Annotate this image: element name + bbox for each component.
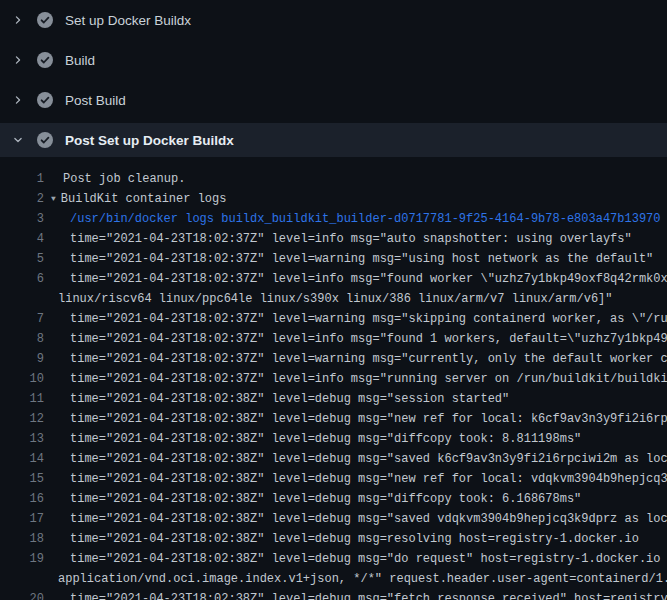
log-line: 20 time="2021-04-23T18:02:38Z" level=deb…: [0, 589, 667, 600]
log-viewer: 1 Post job cleanup. 2 ▼BuildKit containe…: [0, 160, 667, 600]
log-line: 10 time="2021-04-23T18:02:37Z" level=inf…: [0, 369, 667, 389]
chevron-right-icon: [8, 95, 28, 105]
chevron-right-icon: [8, 15, 28, 25]
line-number[interactable]: 14: [0, 449, 44, 469]
line-number[interactable]: 8: [0, 329, 44, 349]
step-label: Set up Docker Buildx: [65, 13, 191, 28]
log-line: 17 time="2021-04-23T18:02:38Z" level=deb…: [0, 509, 667, 529]
check-circle-icon: [37, 52, 53, 68]
log-line: 19 time="2021-04-23T18:02:38Z" level=deb…: [0, 549, 667, 569]
log-line: 9 time="2021-04-23T18:02:37Z" level=warn…: [0, 349, 667, 369]
line-number[interactable]: 7: [0, 309, 44, 329]
check-circle-icon: [37, 92, 53, 108]
log-line: 1 Post job cleanup.: [0, 169, 667, 189]
log-line: 16 time="2021-04-23T18:02:38Z" level=deb…: [0, 489, 667, 509]
log-line-text: time="2021-04-23T18:02:38Z" level=debug …: [70, 592, 667, 600]
chevron-right-icon: [8, 55, 28, 65]
log-line: 14 time="2021-04-23T18:02:38Z" level=deb…: [0, 449, 667, 469]
log-line-text: time="2021-04-23T18:02:38Z" level=debug …: [70, 532, 639, 546]
check-circle-icon: [37, 132, 53, 148]
line-number[interactable]: 15: [0, 469, 44, 489]
step-label: Post Build: [65, 93, 126, 108]
log-line-text: time="2021-04-23T18:02:38Z" level=debug …: [70, 432, 581, 446]
line-number[interactable]: 12: [0, 409, 44, 429]
log-line-text: linux/riscv64 linux/ppc64le linux/s390x …: [58, 292, 613, 306]
line-number[interactable]: 17: [0, 509, 44, 529]
log-line: 2 ▼BuildKit container logs: [0, 189, 667, 209]
step-header-set-up-docker-buildx[interactable]: Set up Docker Buildx: [0, 0, 667, 40]
line-number[interactable]: 6: [0, 269, 44, 289]
log-line-text: application/vnd.oci.image.index.v1+json,…: [58, 572, 667, 586]
actions-log-panel: Set up Docker Buildx Build Post Build: [0, 0, 667, 600]
line-number[interactable]: [0, 289, 44, 309]
line-number[interactable]: 3: [0, 209, 44, 229]
log-line: 7 time="2021-04-23T18:02:37Z" level=warn…: [0, 309, 667, 329]
line-number[interactable]: 2: [0, 189, 44, 209]
log-line: 4 time="2021-04-23T18:02:37Z" level=info…: [0, 229, 667, 249]
log-line: 12 time="2021-04-23T18:02:38Z" level=deb…: [0, 409, 667, 429]
line-number[interactable]: 11: [0, 389, 44, 409]
log-line: 18 time="2021-04-23T18:02:38Z" level=deb…: [0, 529, 667, 549]
collapse-triangle-icon: ▼: [51, 189, 56, 209]
chevron-down-icon: [8, 135, 28, 145]
log-line-text: time="2021-04-23T18:02:38Z" level=debug …: [70, 552, 667, 566]
log-line: 6 time="2021-04-23T18:02:37Z" level=info…: [0, 269, 667, 289]
log-line: 13 time="2021-04-23T18:02:38Z" level=deb…: [0, 429, 667, 449]
log-line-text: time="2021-04-23T18:02:38Z" level=debug …: [70, 492, 581, 506]
line-number[interactable]: 13: [0, 429, 44, 449]
log-line: 3 /usr/bin/docker logs buildx_buildkit_b…: [0, 209, 667, 229]
log-line: 15 time="2021-04-23T18:02:38Z" level=deb…: [0, 469, 667, 489]
line-number[interactable]: 4: [0, 229, 44, 249]
line-number[interactable]: 5: [0, 249, 44, 269]
log-line: linux/riscv64 linux/ppc64le linux/s390x …: [0, 289, 667, 309]
line-number[interactable]: [0, 569, 44, 589]
log-line-text: time="2021-04-23T18:02:38Z" level=debug …: [70, 472, 667, 486]
log-line: 11 time="2021-04-23T18:02:38Z" level=deb…: [0, 389, 667, 409]
steps-list: Set up Docker Buildx Build Post Build: [0, 0, 667, 157]
log-line-text: time="2021-04-23T18:02:37Z" level=warnin…: [70, 252, 653, 266]
step-header-build[interactable]: Build: [0, 40, 667, 80]
log-line-text: time="2021-04-23T18:02:38Z" level=debug …: [70, 452, 667, 466]
log-line-text: time="2021-04-23T18:02:37Z" level=warnin…: [70, 352, 667, 366]
line-number[interactable]: 19: [0, 549, 44, 569]
line-number[interactable]: 9: [0, 349, 44, 369]
step-label: Build: [65, 53, 95, 68]
line-number[interactable]: 20: [0, 589, 44, 600]
check-circle-icon: [37, 12, 53, 28]
log-line-text: time="2021-04-23T18:02:38Z" level=debug …: [70, 412, 667, 426]
log-line: 5 time="2021-04-23T18:02:37Z" level=warn…: [0, 249, 667, 269]
log-line-text: Post job cleanup.: [63, 172, 185, 186]
log-line-text: time="2021-04-23T18:02:37Z" level=info m…: [70, 232, 632, 246]
log-line-text: time="2021-04-23T18:02:37Z" level=warnin…: [70, 312, 667, 326]
step-header-post-set-up-docker-buildx[interactable]: Post Set up Docker Buildx: [0, 123, 667, 157]
log-line-text: time="2021-04-23T18:02:37Z" level=info m…: [70, 332, 667, 346]
line-number[interactable]: 10: [0, 369, 44, 389]
step-header-post-build[interactable]: Post Build: [0, 80, 667, 120]
log-line-text: time="2021-04-23T18:02:37Z" level=info m…: [70, 272, 667, 286]
log-line-text: BuildKit container logs: [61, 192, 227, 206]
line-number[interactable]: 16: [0, 489, 44, 509]
line-number[interactable]: 18: [0, 529, 44, 549]
log-line-text: /usr/bin/docker logs buildx_buildkit_bui…: [70, 212, 661, 226]
log-line: 8 time="2021-04-23T18:02:37Z" level=info…: [0, 329, 667, 349]
step-label: Post Set up Docker Buildx: [65, 133, 234, 148]
log-line-text: time="2021-04-23T18:02:37Z" level=info m…: [70, 372, 667, 386]
log-line-text: time="2021-04-23T18:02:38Z" level=debug …: [70, 512, 667, 526]
log-line-text: time="2021-04-23T18:02:38Z" level=debug …: [70, 392, 509, 406]
log-line: application/vnd.oci.image.index.v1+json,…: [0, 569, 667, 589]
line-number[interactable]: 1: [0, 169, 44, 189]
